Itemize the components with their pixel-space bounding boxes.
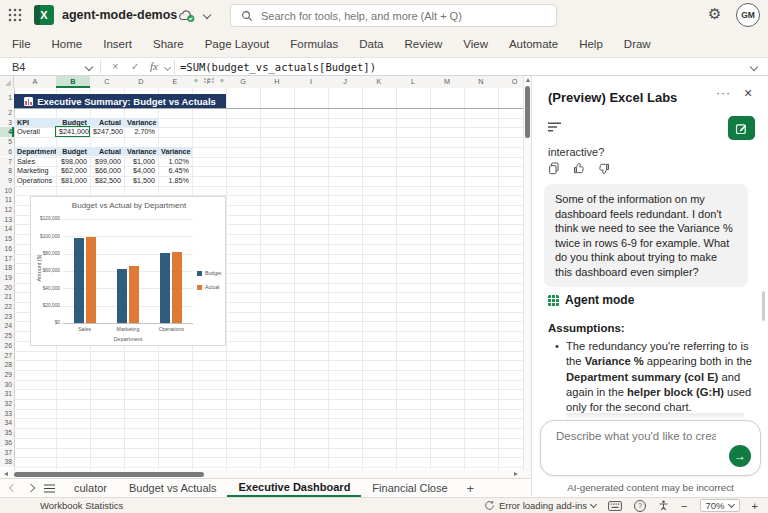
add-sheet-button[interactable]: + — [467, 481, 475, 496]
row-header-6[interactable]: 6 — [0, 147, 14, 157]
ribbon-tab-home[interactable]: Home — [52, 38, 83, 50]
scroll-left-arrow[interactable] — [4, 472, 8, 476]
row-header-2[interactable]: 2 — [0, 108, 14, 118]
row-header-1[interactable]: 1 — [0, 88, 14, 108]
grid-cell-C7[interactable]: $99,000 — [90, 157, 124, 167]
column-header-D[interactable]: D — [124, 76, 158, 88]
thumbs-up-icon[interactable] — [573, 162, 585, 174]
scroll-up-arrow[interactable] — [526, 78, 530, 82]
ribbon-tab-formulas[interactable]: Formulas — [290, 38, 338, 50]
row-header-31[interactable]: 31 — [0, 389, 14, 399]
column-header-C[interactable]: C — [90, 76, 124, 88]
chat-history-icon[interactable] — [548, 122, 562, 133]
zoom-out-button[interactable]: − — [681, 500, 687, 512]
settings-gear-icon[interactable]: ⚙ — [708, 5, 721, 23]
row-header-21[interactable]: 21 — [0, 292, 14, 302]
row-header-29[interactable]: 29 — [0, 370, 14, 380]
confirm-entry-button[interactable]: ✓ — [131, 61, 139, 72]
row-header-18[interactable]: 18 — [0, 263, 14, 273]
app-launcher-waffle-icon[interactable] — [8, 8, 22, 22]
floating-object-handle[interactable] — [193, 77, 225, 84]
ribbon-tab-insert[interactable]: Insert — [103, 38, 132, 50]
column-header-I[interactable]: I — [294, 76, 328, 88]
sheet-tab-financial-close[interactable]: Financial Close — [361, 479, 458, 497]
addin-error-button[interactable]: Error loading add-ins — [484, 500, 596, 511]
name-box-chevron-icon[interactable] — [85, 63, 93, 71]
help-icon[interactable]: ? — [634, 500, 646, 512]
row-header-5[interactable]: 5 — [0, 137, 14, 147]
sheet-tab-culator[interactable]: culator — [63, 479, 118, 497]
zoom-in-button[interactable]: + — [752, 500, 758, 512]
ribbon-tab-view[interactable]: View — [463, 38, 488, 50]
grid-cell-C3[interactable]: Actual — [90, 118, 124, 128]
grid-cell-A8[interactable]: Marketing — [14, 166, 56, 176]
workbook-title[interactable]: agent-mode-demos — [62, 8, 177, 22]
column-header-E[interactable]: E — [158, 76, 192, 88]
row-header-7[interactable]: 7 — [0, 157, 14, 167]
next-sheet-arrow[interactable] — [27, 484, 35, 492]
panel-scrollbar-thumb[interactable] — [762, 291, 765, 321]
grid-cell-A3[interactable]: KPI — [14, 118, 56, 128]
previous-sheet-arrow[interactable] — [9, 484, 17, 492]
keyboard-settings-icon[interactable] — [608, 501, 622, 511]
grid-cell-B8[interactable]: $62,000 — [56, 166, 90, 176]
panel-close-button[interactable]: × — [744, 85, 752, 101]
ribbon-tab-page-layout[interactable]: Page Layout — [205, 38, 270, 50]
row-header-3[interactable]: 3 — [0, 118, 14, 128]
grid-cell-A9[interactable]: Operations — [14, 176, 56, 186]
vertical-scroll-thumb[interactable] — [525, 86, 530, 138]
column-header-N[interactable]: N — [464, 76, 498, 88]
row-header-16[interactable]: 16 — [0, 244, 14, 254]
ribbon-tab-help[interactable]: Help — [579, 38, 603, 50]
row-header-24[interactable]: 24 — [0, 321, 14, 331]
row-header-13[interactable]: 13 — [0, 215, 14, 225]
row-header-26[interactable]: 26 — [0, 341, 14, 351]
sheet-tab-executive-dashboard[interactable]: Executive Dashboard — [227, 479, 361, 497]
row-header-30[interactable]: 30 — [0, 380, 14, 390]
grid-cell-C9[interactable]: $82,500 — [90, 176, 124, 186]
horizontal-scrollbar[interactable] — [0, 470, 531, 478]
panel-more-button[interactable]: ··· — [716, 86, 731, 100]
row-header-33[interactable]: 33 — [0, 409, 14, 419]
scroll-right-arrow[interactable] — [514, 472, 518, 476]
row-header-23[interactable]: 23 — [0, 312, 14, 322]
title-chevron-down-icon[interactable] — [203, 11, 211, 19]
formula-input[interactable]: =SUM(budget_vs_actuals[Budget]) — [180, 61, 376, 73]
grid-cell-C4[interactable]: $247,500 — [90, 127, 124, 137]
row-header-20[interactable]: 20 — [0, 283, 14, 293]
grid-cell-A4[interactable]: Overall — [14, 127, 56, 137]
sheet-tab-budget-vs-actuals[interactable]: Budget vs Actuals — [118, 479, 227, 497]
grid-cell-C6[interactable]: Actual — [90, 147, 124, 157]
ribbon-tab-review[interactable]: Review — [405, 38, 443, 50]
grid-cell-D8[interactable]: $4,000 — [124, 166, 158, 176]
ribbon-tab-data[interactable]: Data — [359, 38, 383, 50]
grid-cell-B7[interactable]: $98,000 — [56, 157, 90, 167]
column-header-G[interactable]: G — [226, 76, 260, 88]
ribbon-tab-automate[interactable]: Automate — [509, 38, 558, 50]
row-header-14[interactable]: 14 — [0, 224, 14, 234]
name-box[interactable]: B4 — [12, 61, 25, 73]
grid-cell-E8[interactable]: 6.45% — [158, 166, 192, 176]
row-header-11[interactable]: 11 — [0, 195, 14, 205]
column-header-K[interactable]: K — [362, 76, 396, 88]
grid-cell-D6[interactable]: Variance $ — [124, 147, 158, 157]
grid-cell-D3[interactable]: Variance % — [124, 118, 158, 128]
grid-cell-D9[interactable]: $1,500 — [124, 176, 158, 186]
zoom-level-control[interactable]: 70% — [700, 499, 740, 512]
row-header-12[interactable]: 12 — [0, 205, 14, 215]
copy-icon[interactable] — [548, 162, 560, 175]
horizontal-scroll-thumb[interactable] — [14, 472, 204, 477]
row-header-4[interactable]: 4 — [0, 127, 14, 137]
fx-chevron-icon[interactable] — [164, 64, 171, 71]
row-header-25[interactable]: 25 — [0, 331, 14, 341]
search-bar[interactable] — [230, 4, 557, 27]
workbook-statistics-button[interactable]: Workbook Statistics — [40, 500, 123, 511]
accessibility-icon[interactable] — [658, 500, 669, 511]
new-chat-button[interactable] — [728, 116, 755, 140]
cancel-entry-button[interactable]: × — [112, 60, 118, 72]
grid-cell-E6[interactable]: Variance % — [158, 147, 192, 157]
ribbon-tab-share[interactable]: Share — [153, 38, 184, 50]
row-header-36[interactable]: 36 — [0, 438, 14, 448]
grid-cell-A7[interactable]: Sales — [14, 157, 56, 167]
row-header-9[interactable]: 9 — [0, 176, 14, 186]
